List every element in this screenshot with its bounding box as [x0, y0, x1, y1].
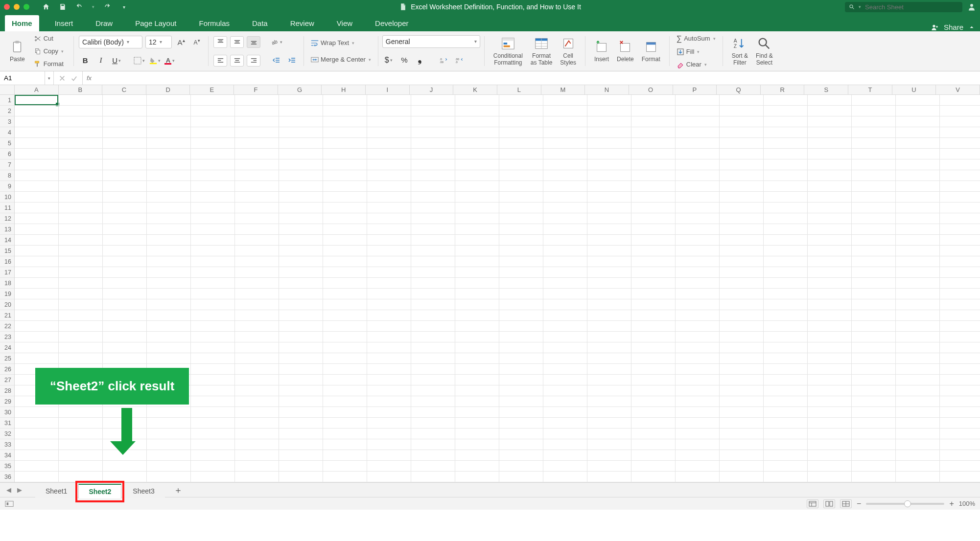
row-header-29[interactable]: 29: [0, 396, 14, 407]
view-normal-button[interactable]: [807, 499, 818, 508]
underline-button[interactable]: U▾: [110, 54, 123, 67]
decrease-decimal-button[interactable]: .00.0: [453, 54, 466, 67]
decrease-font-button[interactable]: A▾: [190, 36, 203, 48]
tab-view[interactable]: View: [330, 15, 359, 31]
zoom-value[interactable]: 100%: [959, 500, 975, 507]
col-header-P[interactable]: P: [673, 85, 717, 94]
row-header-15[interactable]: 15: [0, 246, 14, 256]
fullscreen-window-icon[interactable]: [23, 4, 29, 10]
row-header-24[interactable]: 24: [0, 342, 14, 353]
zoom-in-button[interactable]: +: [949, 499, 954, 508]
autosum-button[interactable]: ∑AutoSum▾: [674, 33, 719, 45]
align-bottom-button[interactable]: [247, 36, 260, 48]
accounting-format-button[interactable]: $▾: [382, 54, 395, 67]
col-header-S[interactable]: S: [804, 85, 848, 94]
row-header-36[interactable]: 36: [0, 472, 14, 482]
row-header-20[interactable]: 20: [0, 299, 14, 310]
cell-styles-button[interactable]: CellStyles: [556, 33, 580, 69]
col-header-H[interactable]: H: [322, 85, 366, 94]
minimize-window-icon[interactable]: [14, 4, 20, 10]
tab-formulas[interactable]: Formulas: [192, 15, 236, 31]
row-header-12[interactable]: 12: [0, 213, 14, 224]
cancel-fx-icon[interactable]: [59, 75, 66, 82]
macro-record-icon[interactable]: [5, 500, 14, 507]
undo-dropdown-caret[interactable]: ▾: [92, 4, 94, 9]
tab-home[interactable]: Home: [5, 15, 39, 31]
col-header-I[interactable]: I: [366, 85, 410, 94]
col-header-C[interactable]: C: [102, 85, 146, 94]
col-header-Q[interactable]: Q: [717, 85, 761, 94]
orientation-button[interactable]: ab▾: [270, 36, 283, 48]
cells-area[interactable]: [15, 95, 980, 482]
row-header-16[interactable]: 16: [0, 256, 14, 267]
col-header-N[interactable]: N: [585, 85, 629, 94]
tab-draw[interactable]: Draw: [89, 15, 119, 31]
row-header-22[interactable]: 22: [0, 321, 14, 332]
col-header-R[interactable]: R: [761, 85, 805, 94]
font-name-select[interactable]: Calibri (Body)▾: [79, 36, 142, 48]
tab-developer[interactable]: Developer: [368, 15, 415, 31]
tab-review[interactable]: Review: [283, 15, 321, 31]
row-header-10[interactable]: 10: [0, 192, 14, 203]
sheet-nav-prev[interactable]: ◀: [4, 485, 14, 495]
col-header-A[interactable]: A: [15, 85, 59, 94]
col-header-T[interactable]: T: [848, 85, 892, 94]
sheet-nav-next[interactable]: ▶: [15, 485, 24, 495]
tab-insert[interactable]: Insert: [48, 15, 80, 31]
save-icon[interactable]: [59, 3, 67, 11]
col-header-F[interactable]: F: [234, 85, 278, 94]
undo-icon[interactable]: [75, 3, 83, 11]
row-header-5[interactable]: 5: [0, 138, 14, 149]
home-icon[interactable]: [42, 3, 50, 11]
col-header-G[interactable]: G: [278, 85, 322, 94]
comma-format-button[interactable]: ❟: [414, 54, 426, 67]
row-header-35[interactable]: 35: [0, 461, 14, 472]
tab-page-layout[interactable]: Page Layout: [128, 15, 183, 31]
confirm-fx-icon[interactable]: [70, 75, 77, 82]
redo-icon[interactable]: [103, 3, 111, 11]
col-header-O[interactable]: O: [629, 85, 673, 94]
add-sheet-button[interactable]: ＋: [174, 484, 183, 496]
collapse-ribbon-icon[interactable]: [968, 24, 975, 31]
col-header-M[interactable]: M: [541, 85, 585, 94]
row-header-31[interactable]: 31: [0, 418, 14, 428]
align-left-button[interactable]: [213, 55, 227, 67]
row-header-27[interactable]: 27: [0, 375, 14, 385]
view-page-break-button[interactable]: [840, 499, 852, 508]
row-header-23[interactable]: 23: [0, 332, 14, 342]
col-header-K[interactable]: K: [453, 85, 497, 94]
row-header-7[interactable]: 7: [0, 159, 14, 170]
close-window-icon[interactable]: [4, 4, 10, 10]
fx-label[interactable]: fx: [83, 71, 95, 85]
search-sheet-input[interactable]: [864, 3, 958, 11]
row-header-17[interactable]: 17: [0, 267, 14, 278]
row-header-34[interactable]: 34: [0, 450, 14, 461]
merge-center-button[interactable]: Merge & Center▾: [308, 54, 374, 65]
row-header-14[interactable]: 14: [0, 235, 14, 246]
delete-cell-button[interactable]: Delete: [613, 33, 638, 69]
row-header-11[interactable]: 11: [0, 203, 14, 213]
row-header-8[interactable]: 8: [0, 170, 14, 181]
row-header-9[interactable]: 9: [0, 181, 14, 192]
formula-input[interactable]: [95, 71, 980, 85]
row-header-6[interactable]: 6: [0, 149, 14, 159]
insert-cell-button[interactable]: Insert: [590, 33, 613, 69]
bold-button[interactable]: B: [79, 54, 92, 67]
col-header-E[interactable]: E: [190, 85, 234, 94]
name-box-input[interactable]: [0, 74, 45, 82]
col-header-J[interactable]: J: [410, 85, 454, 94]
font-size-select[interactable]: 12▾: [145, 36, 172, 48]
col-header-B[interactable]: B: [59, 85, 103, 94]
copy-button[interactable]: Copy▾: [31, 46, 67, 57]
format-painter-button[interactable]: Format: [31, 59, 67, 69]
sheet-tab-2[interactable]: Sheet2: [78, 484, 121, 498]
view-page-layout-button[interactable]: [823, 499, 835, 508]
row-header-1[interactable]: 1: [0, 95, 14, 106]
search-sheet-box[interactable]: ▾: [845, 2, 962, 12]
tab-data[interactable]: Data: [245, 15, 275, 31]
col-header-D[interactable]: D: [146, 85, 190, 94]
fill-button[interactable]: Fill▾: [674, 46, 719, 57]
name-box-caret[interactable]: ▾: [45, 71, 54, 85]
sheet-tab-3[interactable]: Sheet3: [122, 484, 164, 498]
find-select-button[interactable]: Find &Select: [752, 33, 777, 69]
